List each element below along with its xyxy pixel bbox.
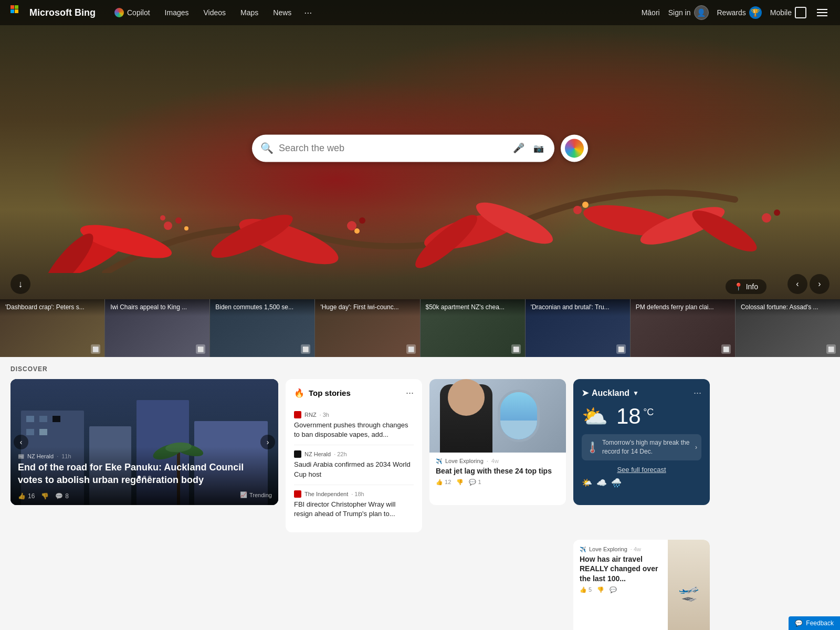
news-label-4: 'Huge day': First iwi-counc... <box>315 299 419 316</box>
news-label-5: $50k apartment NZ's chea... <box>421 299 525 316</box>
nav-signin[interactable]: Sign in 👤 <box>668 5 709 20</box>
story-source-2: NZ Herald · 22h <box>294 450 414 458</box>
news-strip-item-5[interactable]: $50k apartment NZ's chea... ⬜ <box>421 299 526 357</box>
copilot-button[interactable] <box>561 134 588 162</box>
news-pip-3[interactable]: ⬜ <box>301 344 310 354</box>
air-travel-card[interactable]: ✈️ Love Exploring · 4w How has air trave… <box>573 540 710 630</box>
microphone-icon[interactable]: 🎤 <box>511 141 526 155</box>
svg-rect-3 <box>15 9 18 13</box>
news-label-2: Iwi Chairs appeal to King ... <box>105 299 209 316</box>
story-text-3: FBI director Christopher Wray will resig… <box>294 500 414 519</box>
main-story-card[interactable]: 📰 NZ Herald · 11h End of the road for Ek… <box>10 379 278 505</box>
nav-rewards[interactable]: Rewards 🏆 <box>717 6 762 19</box>
story-item-3[interactable]: The Independent · 18h FBI director Chris… <box>294 485 414 524</box>
copilot-rainbow-icon <box>565 139 584 158</box>
source-name-3: The Independent <box>304 491 348 497</box>
weather-forecast[interactable]: 🌡️ Tomorrow's high may break the record … <box>582 434 701 460</box>
story-source-3: The Independent · 18h <box>294 490 414 498</box>
travel-dislike-button[interactable]: 👎 <box>456 479 464 486</box>
news-strip-item-3[interactable]: Biden commutes 1,500 se... ⬜ <box>210 299 315 357</box>
hamburger-menu[interactable] <box>815 7 830 18</box>
source-name-2: NZ Herald <box>304 451 331 457</box>
search-input[interactable] <box>279 143 506 154</box>
news-pip-2[interactable]: ⬜ <box>196 344 205 354</box>
svg-point-22 <box>573 206 582 214</box>
comment-button[interactable]: 💬 8 <box>55 492 69 500</box>
svg-rect-2 <box>10 9 14 13</box>
camera-search-icon[interactable]: 📷 <box>531 141 546 155</box>
nav-maori[interactable]: Māori <box>642 8 660 17</box>
news-pip-8[interactable]: ⬜ <box>826 344 836 354</box>
info-button[interactable]: 📍 Info <box>726 279 766 294</box>
nav-copilot[interactable]: Copilot <box>108 6 156 19</box>
discover-grid: 📰 NZ Herald · 11h End of the road for Ek… <box>10 379 830 532</box>
nav-mobile[interactable]: Mobile <box>770 7 806 18</box>
top-stories-menu[interactable]: ··· <box>406 387 414 398</box>
nav-videos[interactable]: Videos <box>197 6 233 19</box>
story-item-2[interactable]: NZ Herald · 22h Saudi Arabia confirmed a… <box>294 445 414 485</box>
svg-rect-34 <box>26 429 34 435</box>
weather-day1-icon: 🌤️ <box>582 478 592 488</box>
svg-point-23 <box>582 202 589 208</box>
air-card-title: How has air travel REALLY changed over t… <box>580 554 662 583</box>
card-prev-button[interactable]: ‹ <box>14 435 28 449</box>
fire-icon: 🔥 <box>294 388 304 398</box>
news-strip-item-1[interactable]: 'Dashboard crap': Peters s... ⬜ <box>0 299 105 357</box>
svg-rect-33 <box>52 416 60 422</box>
top-stories-card: 🔥 Top stories ··· RNZ · 3h Government pu… <box>286 379 422 532</box>
nav-right: Māori Sign in 👤 Rewards 🏆 Mobile <box>642 5 830 20</box>
air-dislike-button[interactable]: 👎 <box>597 586 604 593</box>
source-dot-2 <box>294 450 301 458</box>
svg-point-9 <box>160 215 165 220</box>
nav-maps[interactable]: Maps <box>234 6 265 19</box>
weather-header: ➤ Auckland ▼ ··· <box>582 387 701 398</box>
svg-point-13 <box>347 221 356 230</box>
nav-images[interactable]: Images <box>159 6 195 19</box>
news-strip-item-7[interactable]: PM defends ferry plan clai... ⬜ <box>631 299 736 357</box>
svg-point-10 <box>184 226 188 230</box>
discover-section: DISCOVER <box>0 357 840 630</box>
feedback-button[interactable]: 💬 Feedback <box>789 616 840 630</box>
news-pip-4[interactable]: ⬜ <box>406 344 416 354</box>
nav-more[interactable]: ··· <box>300 5 316 20</box>
story-source-1: RNZ · 3h <box>294 411 414 418</box>
hero-bottom-bar: ↓ 📍 Info ‹ › <box>0 273 840 299</box>
story-item-1[interactable]: RNZ · 3h Government pushes through chang… <box>294 406 414 445</box>
carousel-prev[interactable]: ‹ <box>788 274 807 294</box>
search-box[interactable]: 🔍 🎤 📷 <box>252 134 554 162</box>
dislike-button[interactable]: 👎 <box>41 492 49 500</box>
weather-menu[interactable]: ··· <box>694 387 701 398</box>
location-arrow-icon: ➤ <box>582 388 589 398</box>
air-comment-button[interactable]: 💬 <box>610 586 617 593</box>
svg-rect-31 <box>26 416 34 422</box>
see-full-forecast-link[interactable]: See full forecast <box>582 466 701 474</box>
news-pip-7[interactable]: ⬜ <box>721 344 731 354</box>
svg-point-25 <box>774 209 780 216</box>
bing-logo[interactable]: Microsoft Bing <box>10 5 96 20</box>
weather-location[interactable]: ➤ Auckland ▼ <box>582 388 639 398</box>
svg-point-14 <box>359 217 365 224</box>
news-pip-5[interactable]: ⬜ <box>511 344 521 354</box>
news-pip-1[interactable]: ⬜ <box>91 344 100 354</box>
carousel-navigation: ‹ › <box>788 274 830 294</box>
news-strip-item-2[interactable]: Iwi Chairs appeal to King ... ⬜ <box>105 299 210 357</box>
bing-logo-icon <box>10 5 25 20</box>
source-time-3: · 18h <box>351 491 364 497</box>
news-pip-6[interactable]: ⬜ <box>616 344 626 354</box>
card-next-button[interactable]: › <box>260 435 275 449</box>
news-strip-item-4[interactable]: 'Huge day': First iwi-counc... ⬜ <box>315 299 420 357</box>
travel-like-button[interactable]: 👍 12 <box>436 479 451 486</box>
like-button[interactable]: 👍 16 <box>18 492 35 500</box>
news-strip-item-6[interactable]: 'Draconian and brutal': Tru... ⬜ <box>526 299 631 357</box>
top-stories-header: 🔥 Top stories ··· <box>294 387 414 398</box>
scroll-down-button[interactable]: ↓ <box>10 274 30 294</box>
travel-comment-button[interactable]: 💬 1 <box>469 479 481 486</box>
nav-news[interactable]: News <box>267 6 298 19</box>
hero-section: 🔍 🎤 📷 ↓ 📍 Info ‹ › <box>0 0 840 299</box>
news-strip-item-8[interactable]: Colossal fortune: Assad's ... ⬜ <box>736 299 840 357</box>
travel-card[interactable]: ✈️ Love Exploring · 4w Beat jet lag with… <box>429 379 566 505</box>
bing-logo-text: Microsoft Bing <box>29 7 96 18</box>
top-stories-title-wrap: 🔥 Top stories <box>294 388 351 398</box>
air-like-button[interactable]: 👍 5 <box>580 586 592 593</box>
carousel-next[interactable]: › <box>810 274 830 294</box>
